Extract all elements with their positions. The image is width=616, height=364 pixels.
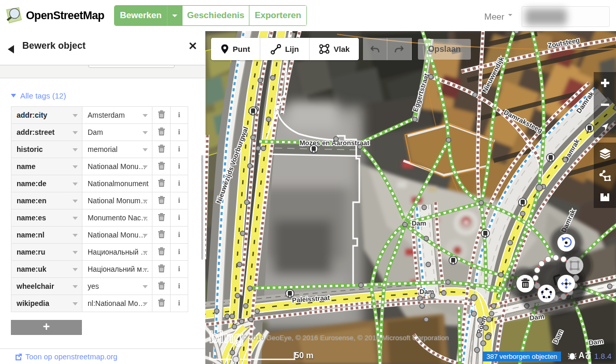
svg-text:Dam: Dam xyxy=(412,219,426,227)
